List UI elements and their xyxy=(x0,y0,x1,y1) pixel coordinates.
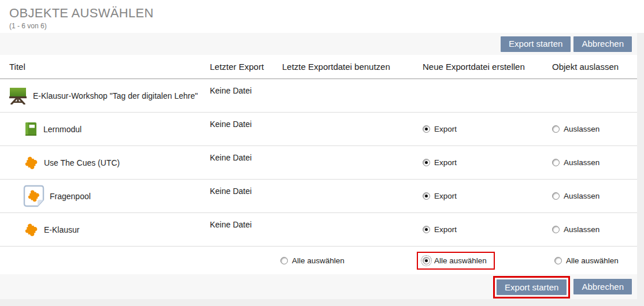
export-radio-label: Export xyxy=(434,158,457,167)
select-all-row: Alle auswählen Alle auswählen Alle auswä… xyxy=(0,247,637,274)
select-all-use-last-radio[interactable] xyxy=(280,257,288,264)
select-all-label: Alle auswählen xyxy=(566,256,619,265)
export-radio-label: Export xyxy=(434,225,457,234)
export-radio[interactable] xyxy=(423,125,430,133)
object-title: E-Klausur-Workshop "Tag der digitalen Le… xyxy=(33,91,198,100)
select-all-new-export-radio[interactable] xyxy=(423,257,430,264)
question-pool-icon xyxy=(23,185,45,207)
cancel-button-bottom[interactable]: Abbrechen xyxy=(573,279,632,294)
table-header-row: Titel Letzter Export Letzte Exportdatei … xyxy=(0,55,637,79)
bottom-toolbar: Export starten Abbrechen xyxy=(0,274,637,299)
table-row: Fragenpool Keine Datei Export Auslassen xyxy=(0,180,637,213)
learning-module-icon xyxy=(23,121,38,137)
page-right-margin xyxy=(637,33,644,306)
export-radio-label: Export xyxy=(434,192,457,200)
skip-radio[interactable] xyxy=(552,226,560,233)
last-export-value: Keine Datei xyxy=(201,113,273,129)
highlight-box-select-all: Alle auswählen xyxy=(417,252,495,270)
skip-radio[interactable] xyxy=(552,192,560,200)
export-table: Export starten Abbrechen Titel Letzter E… xyxy=(0,33,637,299)
column-header-letzte-exportdatei: Letzte Exportdatei benutzen xyxy=(273,62,413,72)
skip-radio[interactable] xyxy=(552,125,560,133)
column-header-objekt-auslassen: Objekt auslassen xyxy=(543,62,637,72)
page-bottom-margin xyxy=(0,298,644,306)
page-header: OBJEKTE AUSWÄHLEN (1 - 6 von 6) xyxy=(0,0,644,33)
export-start-button-bottom[interactable]: Export starten xyxy=(497,279,567,295)
object-title: E-Klausur xyxy=(44,225,79,234)
object-title: Lernmodul xyxy=(43,125,82,134)
export-radio-label: Export xyxy=(434,125,457,133)
object-title: Fragenpool xyxy=(50,192,91,201)
object-title: Use The Cues (UTC) xyxy=(44,158,120,167)
table-row: E-Klausur-Workshop "Tag der digitalen Le… xyxy=(0,79,637,113)
page-title: OBJEKTE AUSWÄHLEN xyxy=(9,6,644,21)
top-toolbar: Export starten Abbrechen xyxy=(0,33,637,55)
skip-radio-label: Auslassen xyxy=(564,225,599,234)
table-row: Lernmodul Keine Datei Export Auslassen xyxy=(0,113,637,146)
skip-radio[interactable] xyxy=(552,159,560,166)
highlight-box-export-button: Export starten xyxy=(493,276,570,298)
export-object-selection-screen: OBJEKTE AUSWÄHLEN (1 - 6 von 6) Export s… xyxy=(0,0,644,306)
export-start-button-top[interactable]: Export starten xyxy=(501,36,571,52)
column-header-letzter-export: Letzter Export xyxy=(201,62,273,72)
pagination-info: (1 - 6 von 6) xyxy=(9,22,644,30)
export-radio[interactable] xyxy=(423,192,430,200)
skip-radio-label: Auslassen xyxy=(564,125,599,133)
cancel-button-top[interactable]: Abbrechen xyxy=(573,36,632,52)
column-header-titel: Titel xyxy=(0,62,201,72)
test-puzzle-icon xyxy=(23,155,39,170)
select-all-label: Alle auswählen xyxy=(292,256,345,265)
export-radio[interactable] xyxy=(423,226,430,233)
select-all-label: Alle auswählen xyxy=(434,256,487,265)
table-row: Use The Cues (UTC) Keine Datei Export Au… xyxy=(0,146,637,180)
skip-radio-label: Auslassen xyxy=(564,192,599,200)
course-icon xyxy=(8,87,28,105)
export-radio[interactable] xyxy=(423,159,430,166)
test-puzzle-icon xyxy=(23,222,39,237)
last-export-value: Keine Datei xyxy=(201,180,273,196)
column-header-neue-exportdatei: Neue Exportdatei erstellen xyxy=(413,62,543,72)
table-row: E-Klausur Keine Datei Export Auslassen xyxy=(0,213,637,247)
last-export-value: Keine Datei xyxy=(201,79,273,95)
last-export-value: Keine Datei xyxy=(201,213,273,229)
select-all-skip-radio[interactable] xyxy=(554,257,562,264)
skip-radio-label: Auslassen xyxy=(564,158,599,167)
last-export-value: Keine Datei xyxy=(201,146,273,162)
